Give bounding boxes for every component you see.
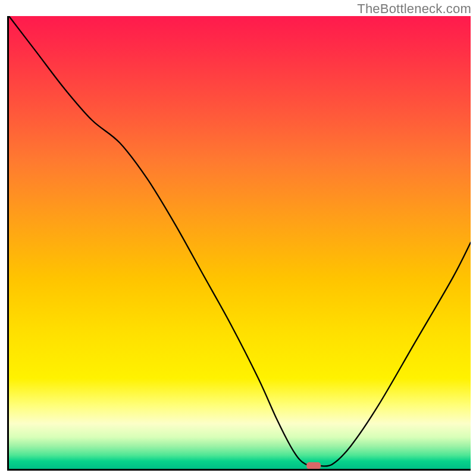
bottleneck-curve <box>9 16 471 466</box>
plot-area <box>7 16 471 471</box>
chart-container: TheBottleneck.com <box>0 0 476 476</box>
watermark-text: TheBottleneck.com <box>357 1 471 17</box>
optimum-marker <box>306 462 321 469</box>
curve-svg <box>9 16 471 469</box>
